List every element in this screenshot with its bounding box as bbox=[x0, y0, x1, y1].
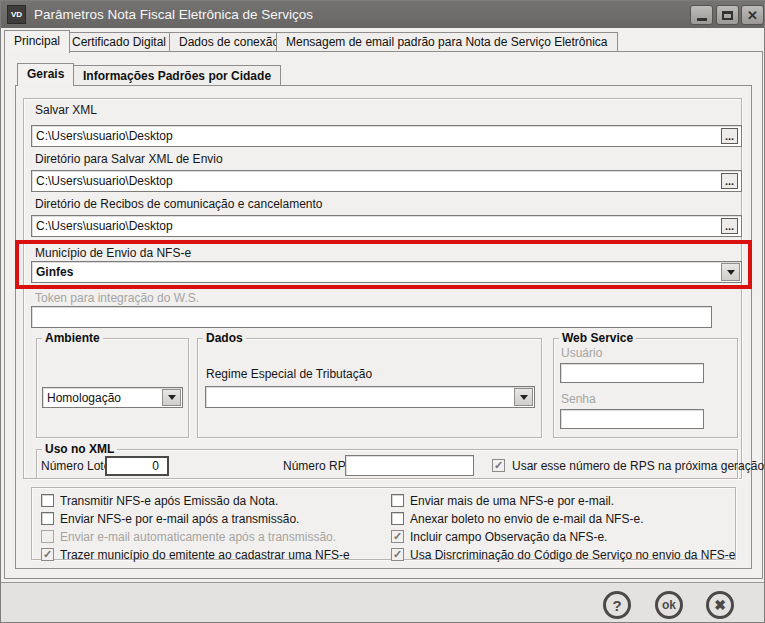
regime-dropdown-button[interactable] bbox=[514, 388, 533, 406]
ok-label: ok bbox=[662, 598, 676, 612]
chevron-down-icon bbox=[520, 395, 528, 400]
usar-numero-rps-checkbox[interactable]: ✓ bbox=[492, 459, 505, 472]
tab-certificado-digital[interactable]: Certificado Digital bbox=[62, 32, 176, 51]
municipio-combobox[interactable]: Ginfes bbox=[31, 261, 742, 283]
ambiente-group-title: Ambiente bbox=[42, 331, 103, 345]
transmitir-nfse-checkbox[interactable] bbox=[41, 494, 54, 507]
enviar-email-auto-checkbox bbox=[41, 530, 54, 543]
dialog-parametros-nfse: VD Parâmetros Nota Fiscal Eletrônica de … bbox=[0, 0, 765, 623]
senha-value bbox=[565, 410, 681, 428]
dados-group-title: Dados bbox=[203, 331, 246, 345]
uso-no-xml-group-title: Uso no XML bbox=[42, 442, 117, 456]
enviar-mais-de-uma-label: Enviar mais de uma NFS-e por e-mail. bbox=[410, 494, 614, 508]
app-icon: VD bbox=[7, 5, 26, 24]
dir-envio-input[interactable]: C:\Users\usuario\Desktop ... bbox=[31, 170, 742, 192]
tab-gerais[interactable]: Gerais bbox=[17, 63, 74, 86]
window-title: Parâmetros Nota Fiscal Eletrônica de Ser… bbox=[34, 1, 313, 28]
enviar-email-auto-label: Enviar e-mail automaticamente após a tra… bbox=[60, 530, 336, 544]
salvar-xml-input[interactable]: C:\Users\usuario\Desktop ... bbox=[31, 125, 742, 147]
numero-rps-label: Número RPS bbox=[283, 459, 354, 473]
municipio-label: Município de Envio da NFS-e bbox=[35, 246, 191, 260]
dir-recibos-browse-button[interactable]: ... bbox=[721, 218, 738, 234]
dir-envio-browse-button[interactable]: ... bbox=[721, 173, 738, 189]
chevron-down-icon bbox=[168, 395, 176, 400]
token-value bbox=[36, 307, 689, 327]
tab-informacoes-padroes-por-cidade[interactable]: Informações Padrões por Cidade bbox=[73, 65, 281, 85]
numero-rps-value bbox=[350, 456, 451, 475]
regime-tributacao-combobox[interactable] bbox=[205, 386, 535, 408]
dir-envio-value: C:\Users\usuario\Desktop bbox=[36, 171, 719, 191]
maximize-icon bbox=[722, 11, 733, 20]
minimize-icon bbox=[697, 18, 707, 21]
municipio-value: Ginfes bbox=[36, 262, 719, 282]
minimize-button[interactable] bbox=[690, 5, 713, 25]
usuario-input[interactable] bbox=[560, 363, 704, 383]
numero-lote-value: 0 bbox=[111, 458, 159, 474]
senha-input[interactable] bbox=[560, 409, 704, 429]
numero-lote-input[interactable]: 0 bbox=[105, 456, 169, 476]
usa-discriminacao-checkbox[interactable]: ✓ bbox=[391, 548, 404, 561]
cancel-icon: ✖ bbox=[714, 597, 726, 613]
tab-dados-de-conexao[interactable]: Dados de conexão bbox=[169, 32, 289, 51]
regime-tributacao-label: Regime Especial de Tributação bbox=[206, 367, 372, 381]
dir-envio-label: Diretório para Salvar XML de Envio bbox=[35, 152, 223, 166]
numero-lote-label: Número Lote bbox=[41, 459, 110, 473]
footer-bar: ? ok ✖ bbox=[1, 582, 765, 623]
ambiente-dropdown-button[interactable] bbox=[162, 389, 181, 406]
ambiente-combobox[interactable]: Homologação bbox=[42, 387, 183, 408]
municipio-dropdown-button[interactable] bbox=[721, 263, 740, 281]
incluir-observacao-label: Incluir campo Observação da NFS-e. bbox=[410, 530, 607, 544]
ok-button[interactable]: ok bbox=[655, 591, 683, 619]
help-button[interactable]: ? bbox=[603, 591, 631, 619]
chevron-down-icon bbox=[727, 270, 735, 275]
enviar-mais-de-uma-checkbox[interactable] bbox=[391, 494, 404, 507]
numero-rps-input[interactable] bbox=[345, 455, 474, 476]
token-label: Token para integração do W.S. bbox=[35, 291, 199, 305]
usar-numero-rps-label: Usar esse número de RPS na próxima geraç… bbox=[512, 459, 765, 473]
titlebar[interactable]: VD Parâmetros Nota Fiscal Eletrônica de … bbox=[1, 1, 765, 28]
help-icon: ? bbox=[612, 597, 621, 614]
salvar-xml-label: Salvar XML bbox=[35, 103, 97, 117]
anexar-boleto-label: Anexar boleto no envio de e-mail da NFS-… bbox=[410, 512, 643, 526]
trazer-municipio-label: Trazer município do emitente ao cadastra… bbox=[60, 548, 350, 562]
close-button[interactable]: ✕ bbox=[741, 5, 764, 25]
maximize-button[interactable] bbox=[716, 5, 739, 25]
usuario-label: Usuário bbox=[561, 346, 602, 360]
incluir-observacao-checkbox[interactable]: ✓ bbox=[391, 530, 404, 543]
close-icon: ✕ bbox=[747, 9, 758, 22]
dir-recibos-input[interactable]: C:\Users\usuario\Desktop ... bbox=[31, 215, 742, 237]
trazer-municipio-checkbox[interactable]: ✓ bbox=[41, 548, 54, 561]
usuario-value bbox=[565, 364, 681, 382]
cancel-button[interactable]: ✖ bbox=[706, 591, 734, 619]
salvar-xml-value: C:\Users\usuario\Desktop bbox=[36, 126, 719, 146]
web-service-group-title: Web Service bbox=[559, 331, 636, 345]
dir-recibos-value: C:\Users\usuario\Desktop bbox=[36, 216, 719, 236]
tab-principal[interactable]: Principal bbox=[4, 30, 70, 53]
token-input[interactable] bbox=[31, 306, 712, 328]
enviar-nfse-email-checkbox[interactable] bbox=[41, 512, 54, 525]
regime-tributacao-value bbox=[210, 387, 512, 407]
salvar-xml-browse-button[interactable]: ... bbox=[721, 128, 738, 144]
senha-label: Senha bbox=[561, 392, 596, 406]
tab-mensagem-email-padrao[interactable]: Mensagem de email padrão para Nota de Se… bbox=[276, 32, 618, 51]
enviar-nfse-email-label: Enviar NFS-e por e-mail após a transmiss… bbox=[60, 512, 299, 526]
usa-discriminacao-label: Usa Disrcriminação do Código de Serviço … bbox=[410, 548, 735, 562]
transmitir-nfse-label: Transmitir NFS-e após Emissão da Nota. bbox=[60, 494, 278, 508]
anexar-boleto-checkbox[interactable] bbox=[391, 512, 404, 525]
dir-recibos-label: Diretório de Recibos de comunicação e ca… bbox=[35, 197, 323, 211]
ambiente-value: Homologação bbox=[47, 388, 160, 407]
